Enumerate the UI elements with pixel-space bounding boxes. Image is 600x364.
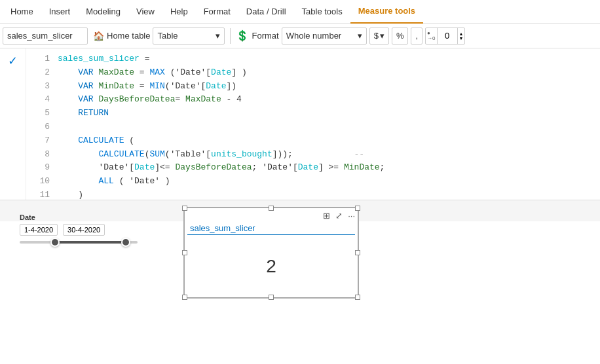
slider-fill [55, 241, 126, 244]
line-num-5: 5 [31, 107, 50, 120]
code-line-11: 11 ) [31, 189, 595, 200]
line-num-8: 8 [31, 148, 50, 162]
percent-button[interactable]: % [392, 27, 409, 45]
selection-handle-tl [182, 206, 187, 211]
decimal-increase-button[interactable]: ●→0 [426, 28, 437, 44]
format-icon: 💲 [236, 29, 249, 42]
format-section: 💲 Format [236, 29, 278, 42]
table-dropdown-arrow: ▾ [216, 31, 220, 41]
home-table-area: 🏠 Home table [93, 31, 150, 41]
selection-handle-ml [182, 250, 187, 255]
date-from-box[interactable]: 1-4-2020 [20, 224, 58, 236]
more-icon[interactable]: ··· [348, 211, 355, 221]
canvas-area: Date 1-4-2020 30-4-2020 ⊞ ⤢ ··· sales_su… [0, 200, 600, 221]
toolbar: 🏠 Home table Table ▾ 💲 Format Whole numb… [0, 24, 600, 48]
currency-dropdown-arrow: ▾ [380, 31, 384, 41]
slider-handle-right[interactable] [121, 238, 130, 247]
menu-measure-tools[interactable]: Measure tools [350, 0, 423, 24]
home-icon: 🏠 [93, 31, 104, 41]
menu-format[interactable]: Format [196, 0, 238, 24]
date-slider-track[interactable] [20, 241, 138, 244]
toolbar-separator-1 [230, 28, 231, 44]
line-num-1: 1 [31, 52, 50, 66]
line-num-7: 7 [31, 134, 50, 148]
editor-area: ✓ 1 sales_sum_slicer = 2 VAR MaxDate = M… [0, 48, 600, 200]
line-num-10: 10 [31, 175, 50, 189]
decimal-up-arrow: ▲ [459, 31, 464, 36]
menu-insert[interactable]: Insert [41, 0, 79, 24]
date-to-box[interactable]: 30-4-2020 [63, 224, 105, 236]
menu-help[interactable]: Help [162, 0, 196, 24]
code-line-3: 3 VAR MinDate = MIN('Date'[Date]) [31, 80, 595, 94]
line-num-3: 3 [31, 80, 50, 94]
date-range: 1-4-2020 30-4-2020 [20, 224, 138, 236]
code-line-10: 10 ALL ( 'Date' ) [31, 175, 595, 189]
slider-handle-left[interactable] [50, 238, 60, 247]
confirm-checkmark[interactable]: ✓ [8, 54, 18, 68]
decimal-value-input[interactable] [438, 31, 457, 41]
format-type-value: Whole number [286, 31, 342, 41]
menu-data-drill[interactable]: Data / Drill [238, 0, 294, 24]
selection-handle-bm [269, 295, 274, 300]
code-line-9: 9 'Date'[Date]<= DaysBeforeDatea; 'Date'… [31, 161, 595, 175]
line-num-2: 2 [31, 66, 50, 80]
code-line-6: 6 [31, 120, 595, 134]
code-editor[interactable]: 1 sales_sum_slicer = 2 VAR MaxDate = MAX… [26, 48, 600, 200]
menu-view[interactable]: View [128, 0, 162, 24]
filter-icon[interactable]: ⊞ [323, 211, 330, 221]
format-type-dropdown[interactable]: Whole number ▾ [282, 27, 367, 45]
code-line-8: 8 CALCULATE(SUM('Table'[units_bought]));… [31, 148, 595, 162]
format-type-arrow: ▾ [358, 31, 362, 41]
line-num-6: 6 [31, 120, 50, 134]
menu-modeling[interactable]: Modeling [78, 0, 128, 24]
menu-bar: Home Insert Modeling View Help Format Da… [0, 0, 600, 24]
line-num-11: 11 [31, 189, 50, 200]
selection-handle-tm [269, 206, 274, 211]
code-line-5: 5 RETURN [31, 107, 595, 120]
card-toolbar: ⊞ ⤢ ··· [187, 211, 355, 221]
code-line-4: 4 VAR DaysBeforeDatea= MaxDate - 4 [31, 93, 595, 107]
selection-handle-bl [182, 295, 187, 300]
currency-button[interactable]: $ ▾ [369, 27, 389, 45]
card-visual: ⊞ ⤢ ··· sales_sum_slicer 2 [183, 207, 359, 299]
code-line-7: 7 CALCULATE ( [31, 134, 595, 148]
selection-handle-tr [355, 206, 360, 211]
code-line-1: 1 sales_sum_slicer = [31, 52, 595, 66]
date-slicer: Date 1-4-2020 30-4-2020 [20, 213, 138, 244]
selection-handle-mr [355, 250, 360, 255]
decimal-increase-icon: ●→0 [427, 31, 435, 41]
decimal-spinners[interactable]: ▲ ▼ [457, 28, 465, 44]
line-num-9: 9 [31, 161, 50, 175]
menu-home[interactable]: Home [3, 0, 41, 24]
format-label: Format [252, 31, 278, 41]
line-num-4: 4 [31, 93, 50, 107]
comma-button[interactable]: , [411, 27, 422, 45]
home-table-label: Home table [107, 31, 150, 41]
slicer-label: Date [20, 213, 138, 221]
decimal-down-arrow: ▼ [459, 36, 464, 41]
selection-handle-br [355, 295, 360, 300]
expand-icon[interactable]: ⤢ [335, 211, 343, 221]
card-title: sales_sum_slicer [187, 223, 355, 235]
formula-name-input[interactable] [3, 27, 88, 45]
card-value: 2 [187, 238, 355, 295]
menu-table-tools[interactable]: Table tools [294, 0, 350, 24]
code-line-2: 2 VAR MaxDate = MAX ('Date'[Date] ) [31, 66, 595, 80]
table-dropdown-value: Table [157, 31, 178, 41]
table-dropdown[interactable]: Table ▾ [153, 27, 225, 45]
currency-symbol: $ [374, 31, 379, 41]
checkmark-area: ✓ [0, 48, 26, 200]
